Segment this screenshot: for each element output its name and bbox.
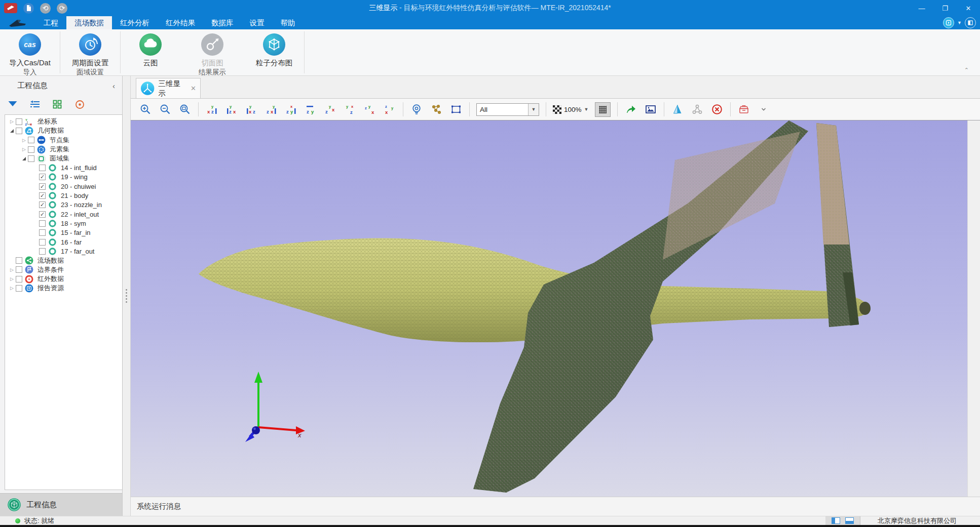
box-select-button[interactable] xyxy=(449,103,463,116)
expand-arrow-icon[interactable]: ▷ xyxy=(20,147,28,152)
panel-layout-left-icon[interactable] xyxy=(832,517,840,524)
menu-item-7[interactable]: 帮助 xyxy=(273,16,304,29)
ribbon-button-3-3[interactable]: 粒子分布图 xyxy=(244,32,304,68)
mesh-toggle-button[interactable] xyxy=(595,102,611,117)
zoom-in-button[interactable] xyxy=(139,103,152,116)
tree-checkbox[interactable] xyxy=(16,285,22,292)
system-message-panel[interactable]: 系统运行消息 xyxy=(131,497,980,516)
tree-checkbox[interactable] xyxy=(16,128,22,134)
expand-arrow-icon[interactable]: ▷ xyxy=(20,138,28,143)
expand-arrow-icon[interactable]: ▷ xyxy=(8,286,16,291)
tree-checkbox[interactable] xyxy=(39,229,46,236)
expand-arrow-icon[interactable]: ▷ xyxy=(8,276,16,281)
view-right-button[interactable]: yzx xyxy=(225,103,238,116)
ribbon-button-1-1[interactable]: cas导入Cas/Dat xyxy=(0,32,60,68)
opacity-control[interactable]: 100%▼ xyxy=(553,105,588,114)
view-back-button[interactable]: yzx xyxy=(265,103,278,116)
tree-checkbox[interactable] xyxy=(39,220,46,227)
minimize-button[interactable]: — xyxy=(910,0,933,16)
tree-item[interactable]: 14 - int_fluid xyxy=(5,163,122,172)
viewport-3d[interactable]: x xyxy=(131,120,967,497)
tree-item[interactable]: ▷红外数据 xyxy=(5,274,122,283)
tree-item[interactable]: 流场数据 xyxy=(5,256,122,265)
tree-checkbox[interactable]: ✓ xyxy=(39,174,46,180)
view-iso-se-button[interactable]: zyx xyxy=(363,103,376,116)
tree-checkbox[interactable]: ✓ xyxy=(39,183,46,190)
tree-item[interactable]: ✓21 - body xyxy=(5,191,122,200)
tree-checkbox[interactable]: ✓ xyxy=(39,211,46,218)
tree-item[interactable]: 18 - sym xyxy=(5,219,122,228)
tree-item[interactable]: 面域集 xyxy=(5,154,122,163)
menu-item-1[interactable]: 工程 xyxy=(35,16,66,29)
chevron-down-icon[interactable]: ▼ xyxy=(957,20,962,25)
menu-item-2[interactable]: 流场数据 xyxy=(66,16,112,29)
tab-close-icon[interactable]: ✕ xyxy=(191,85,196,92)
list-icon[interactable] xyxy=(29,99,41,110)
tree-item[interactable]: 17 - far_out xyxy=(5,247,122,256)
tree-item[interactable]: 16 - far xyxy=(5,237,122,247)
expand-arrow-icon[interactable] xyxy=(20,157,28,160)
tree-item[interactable]: ▷元素集 xyxy=(5,145,122,154)
view-top-button[interactable]: xzy xyxy=(284,103,297,116)
tree-checkbox[interactable] xyxy=(16,118,22,125)
view-front-button[interactable]: yxz xyxy=(245,103,258,116)
tree-item[interactable]: ▷报告资源 xyxy=(5,283,122,293)
view-iso-sw-button[interactable]: zxy xyxy=(383,103,396,116)
tree-item[interactable]: ▷节点集 xyxy=(5,136,122,145)
tree-checkbox[interactable] xyxy=(39,165,46,171)
toolbox-button[interactable] xyxy=(737,103,750,116)
tree-item[interactable]: ✓19 - wing xyxy=(5,173,122,182)
tree-checkbox[interactable] xyxy=(16,266,22,273)
filter-icon[interactable] xyxy=(7,99,18,110)
particles-button[interactable] xyxy=(430,103,443,116)
panel-collapse-icon[interactable]: ‹ xyxy=(112,82,115,90)
expand-arrow-icon[interactable]: ▷ xyxy=(8,267,16,272)
tree-item[interactable]: ▷边界条件 xyxy=(5,265,122,274)
tree-item[interactable]: ▷Yzx坐标系 xyxy=(5,117,122,126)
zoom-fit-button[interactable] xyxy=(178,103,192,116)
ribbon-button-2-1[interactable]: 周期面设置 xyxy=(60,32,120,68)
menu-item-5[interactable]: 数据库 xyxy=(203,16,242,29)
zoom-out-button[interactable] xyxy=(159,103,172,116)
tree-item[interactable]: ✓22 - inlet_out xyxy=(5,210,122,219)
project-info-dock-button[interactable]: 工程信息 xyxy=(0,493,122,516)
tree-checkbox[interactable]: ✓ xyxy=(39,201,46,208)
chevron-down-icon[interactable]: ▼ xyxy=(528,104,539,115)
tree-item[interactable]: 15 - far_in xyxy=(5,228,122,237)
undo-button[interactable]: ⟲ xyxy=(40,3,51,14)
tree-checkbox[interactable] xyxy=(39,239,46,246)
tree-checkbox[interactable] xyxy=(16,257,22,264)
restore-button[interactable]: ❐ xyxy=(933,0,957,16)
probe-button[interactable] xyxy=(410,103,423,116)
layout-mode-icon[interactable] xyxy=(965,17,976,28)
new-file-button[interactable] xyxy=(23,3,34,14)
tree-item[interactable]: ✓23 - nozzle_in xyxy=(5,200,122,210)
redo-button[interactable]: ⟳ xyxy=(57,3,67,14)
view-bottom-button[interactable]: zy xyxy=(304,103,317,116)
ribbon-button-3-1[interactable]: 云图 xyxy=(121,32,180,68)
chevron-down-icon[interactable]: ▼ xyxy=(584,107,589,112)
view-mode-icon[interactable] xyxy=(943,17,954,28)
tree-item[interactable]: 几何数据 xyxy=(5,126,122,135)
tree-checkbox[interactable] xyxy=(28,137,34,143)
menu-item-3[interactable]: 红外分析 xyxy=(112,16,158,29)
view-left-button[interactable]: yxz xyxy=(205,103,218,116)
menu-item-4[interactable]: 红外结果 xyxy=(158,16,203,29)
tree-checkbox[interactable] xyxy=(16,276,22,282)
close-button[interactable]: ✕ xyxy=(957,0,980,16)
grid-icon[interactable] xyxy=(52,99,63,110)
app-logo-button[interactable] xyxy=(4,3,17,13)
tab-3d-view[interactable]: 三维显示 ✕ xyxy=(136,78,201,98)
menu-item-6[interactable]: 设置 xyxy=(242,16,273,29)
panel-layout-bottom-icon[interactable] xyxy=(845,517,854,524)
view-iso-ne-button[interactable]: yzx xyxy=(324,103,337,116)
target-icon[interactable] xyxy=(74,99,85,110)
tree-checkbox[interactable] xyxy=(39,248,46,255)
tree-checkbox[interactable] xyxy=(28,155,34,162)
expand-arrow-icon[interactable] xyxy=(8,129,16,133)
ribbon-collapse-icon[interactable]: ⌃ xyxy=(964,67,969,73)
remove-button[interactable] xyxy=(710,103,724,116)
tree-item[interactable]: ✓20 - chuiwei xyxy=(5,182,122,191)
mirror-button[interactable] xyxy=(671,103,684,116)
export-button[interactable] xyxy=(624,103,637,116)
